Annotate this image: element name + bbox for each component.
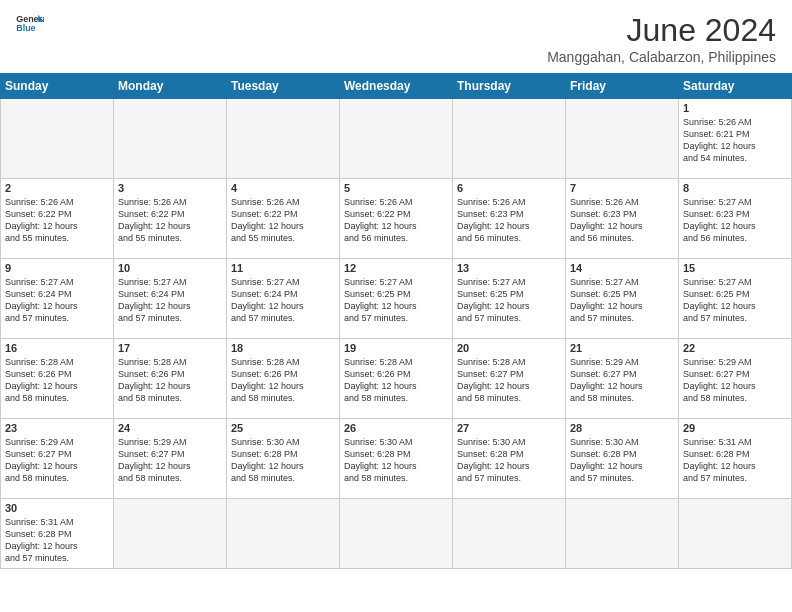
- day-number: 29: [683, 422, 787, 434]
- calendar-cell: [453, 499, 566, 569]
- day-number: 13: [457, 262, 561, 274]
- calendar-cell: [566, 499, 679, 569]
- day-number: 28: [570, 422, 674, 434]
- day-info: Sunrise: 5:28 AM Sunset: 6:27 PM Dayligh…: [457, 356, 561, 405]
- calendar-cell: [114, 499, 227, 569]
- day-number: 18: [231, 342, 335, 354]
- logo: General Blue: [16, 12, 44, 34]
- calendar-cell: 6Sunrise: 5:26 AM Sunset: 6:23 PM Daylig…: [453, 179, 566, 259]
- day-number: 9: [5, 262, 109, 274]
- day-info: Sunrise: 5:28 AM Sunset: 6:26 PM Dayligh…: [344, 356, 448, 405]
- day-number: 17: [118, 342, 222, 354]
- calendar-cell: [1, 99, 114, 179]
- day-number: 27: [457, 422, 561, 434]
- calendar-cell: 17Sunrise: 5:28 AM Sunset: 6:26 PM Dayli…: [114, 339, 227, 419]
- day-info: Sunrise: 5:27 AM Sunset: 6:25 PM Dayligh…: [683, 276, 787, 325]
- day-number: 2: [5, 182, 109, 194]
- day-info: Sunrise: 5:27 AM Sunset: 6:24 PM Dayligh…: [118, 276, 222, 325]
- calendar-cell: 25Sunrise: 5:30 AM Sunset: 6:28 PM Dayli…: [227, 419, 340, 499]
- calendar-cell: [679, 499, 792, 569]
- day-number: 30: [5, 502, 109, 514]
- calendar-cell: 26Sunrise: 5:30 AM Sunset: 6:28 PM Dayli…: [340, 419, 453, 499]
- day-info: Sunrise: 5:27 AM Sunset: 6:25 PM Dayligh…: [457, 276, 561, 325]
- day-header-sunday: Sunday: [1, 74, 114, 99]
- calendar-cell: 15Sunrise: 5:27 AM Sunset: 6:25 PM Dayli…: [679, 259, 792, 339]
- day-number: 15: [683, 262, 787, 274]
- day-number: 7: [570, 182, 674, 194]
- day-info: Sunrise: 5:26 AM Sunset: 6:23 PM Dayligh…: [457, 196, 561, 245]
- calendar-cell: [227, 99, 340, 179]
- calendar-cell: 10Sunrise: 5:27 AM Sunset: 6:24 PM Dayli…: [114, 259, 227, 339]
- calendar-cell: 11Sunrise: 5:27 AM Sunset: 6:24 PM Dayli…: [227, 259, 340, 339]
- calendar-cell: 27Sunrise: 5:30 AM Sunset: 6:28 PM Dayli…: [453, 419, 566, 499]
- calendar-cell: 22Sunrise: 5:29 AM Sunset: 6:27 PM Dayli…: [679, 339, 792, 419]
- location-subtitle: Manggahan, Calabarzon, Philippines: [547, 49, 776, 65]
- generalblue-logo-icon: General Blue: [16, 12, 44, 34]
- day-header-thursday: Thursday: [453, 74, 566, 99]
- day-info: Sunrise: 5:26 AM Sunset: 6:23 PM Dayligh…: [570, 196, 674, 245]
- day-header-saturday: Saturday: [679, 74, 792, 99]
- month-title: June 2024: [547, 12, 776, 49]
- day-number: 19: [344, 342, 448, 354]
- calendar-cell: 24Sunrise: 5:29 AM Sunset: 6:27 PM Dayli…: [114, 419, 227, 499]
- calendar-cell: 18Sunrise: 5:28 AM Sunset: 6:26 PM Dayli…: [227, 339, 340, 419]
- day-header-tuesday: Tuesday: [227, 74, 340, 99]
- day-info: Sunrise: 5:28 AM Sunset: 6:26 PM Dayligh…: [231, 356, 335, 405]
- day-info: Sunrise: 5:26 AM Sunset: 6:22 PM Dayligh…: [118, 196, 222, 245]
- day-number: 3: [118, 182, 222, 194]
- day-info: Sunrise: 5:27 AM Sunset: 6:24 PM Dayligh…: [231, 276, 335, 325]
- calendar-cell: [227, 499, 340, 569]
- calendar-cell: 13Sunrise: 5:27 AM Sunset: 6:25 PM Dayli…: [453, 259, 566, 339]
- day-number: 6: [457, 182, 561, 194]
- calendar-cell: 20Sunrise: 5:28 AM Sunset: 6:27 PM Dayli…: [453, 339, 566, 419]
- day-info: Sunrise: 5:29 AM Sunset: 6:27 PM Dayligh…: [118, 436, 222, 485]
- calendar-cell: 14Sunrise: 5:27 AM Sunset: 6:25 PM Dayli…: [566, 259, 679, 339]
- calendar-cell: 1Sunrise: 5:26 AM Sunset: 6:21 PM Daylig…: [679, 99, 792, 179]
- day-number: 20: [457, 342, 561, 354]
- day-info: Sunrise: 5:31 AM Sunset: 6:28 PM Dayligh…: [683, 436, 787, 485]
- day-number: 5: [344, 182, 448, 194]
- calendar-cell: 9Sunrise: 5:27 AM Sunset: 6:24 PM Daylig…: [1, 259, 114, 339]
- calendar-cell: 3Sunrise: 5:26 AM Sunset: 6:22 PM Daylig…: [114, 179, 227, 259]
- day-number: 14: [570, 262, 674, 274]
- day-info: Sunrise: 5:27 AM Sunset: 6:24 PM Dayligh…: [5, 276, 109, 325]
- day-info: Sunrise: 5:30 AM Sunset: 6:28 PM Dayligh…: [231, 436, 335, 485]
- day-number: 16: [5, 342, 109, 354]
- day-number: 26: [344, 422, 448, 434]
- calendar-cell: 19Sunrise: 5:28 AM Sunset: 6:26 PM Dayli…: [340, 339, 453, 419]
- day-header-wednesday: Wednesday: [340, 74, 453, 99]
- day-info: Sunrise: 5:30 AM Sunset: 6:28 PM Dayligh…: [570, 436, 674, 485]
- day-info: Sunrise: 5:30 AM Sunset: 6:28 PM Dayligh…: [457, 436, 561, 485]
- day-number: 25: [231, 422, 335, 434]
- calendar-cell: [340, 499, 453, 569]
- day-info: Sunrise: 5:29 AM Sunset: 6:27 PM Dayligh…: [5, 436, 109, 485]
- calendar-cell: 8Sunrise: 5:27 AM Sunset: 6:23 PM Daylig…: [679, 179, 792, 259]
- day-info: Sunrise: 5:30 AM Sunset: 6:28 PM Dayligh…: [344, 436, 448, 485]
- calendar-cell: [453, 99, 566, 179]
- calendar-cell: 16Sunrise: 5:28 AM Sunset: 6:26 PM Dayli…: [1, 339, 114, 419]
- day-info: Sunrise: 5:26 AM Sunset: 6:22 PM Dayligh…: [344, 196, 448, 245]
- day-header-monday: Monday: [114, 74, 227, 99]
- day-number: 12: [344, 262, 448, 274]
- calendar-cell: 28Sunrise: 5:30 AM Sunset: 6:28 PM Dayli…: [566, 419, 679, 499]
- calendar-header: General Blue June 2024 Manggahan, Calaba…: [0, 0, 792, 73]
- day-info: Sunrise: 5:29 AM Sunset: 6:27 PM Dayligh…: [570, 356, 674, 405]
- calendar-cell: 21Sunrise: 5:29 AM Sunset: 6:27 PM Dayli…: [566, 339, 679, 419]
- day-info: Sunrise: 5:29 AM Sunset: 6:27 PM Dayligh…: [683, 356, 787, 405]
- day-info: Sunrise: 5:27 AM Sunset: 6:25 PM Dayligh…: [344, 276, 448, 325]
- day-number: 22: [683, 342, 787, 354]
- title-area: June 2024 Manggahan, Calabarzon, Philipp…: [547, 12, 776, 65]
- day-header-friday: Friday: [566, 74, 679, 99]
- calendar-cell: [340, 99, 453, 179]
- day-info: Sunrise: 5:26 AM Sunset: 6:21 PM Dayligh…: [683, 116, 787, 165]
- calendar-cell: [114, 99, 227, 179]
- calendar-table: SundayMondayTuesdayWednesdayThursdayFrid…: [0, 73, 792, 569]
- day-info: Sunrise: 5:28 AM Sunset: 6:26 PM Dayligh…: [5, 356, 109, 405]
- day-info: Sunrise: 5:27 AM Sunset: 6:23 PM Dayligh…: [683, 196, 787, 245]
- calendar-cell: 23Sunrise: 5:29 AM Sunset: 6:27 PM Dayli…: [1, 419, 114, 499]
- calendar-cell: [566, 99, 679, 179]
- day-number: 21: [570, 342, 674, 354]
- day-number: 1: [683, 102, 787, 114]
- day-info: Sunrise: 5:26 AM Sunset: 6:22 PM Dayligh…: [5, 196, 109, 245]
- calendar-cell: 7Sunrise: 5:26 AM Sunset: 6:23 PM Daylig…: [566, 179, 679, 259]
